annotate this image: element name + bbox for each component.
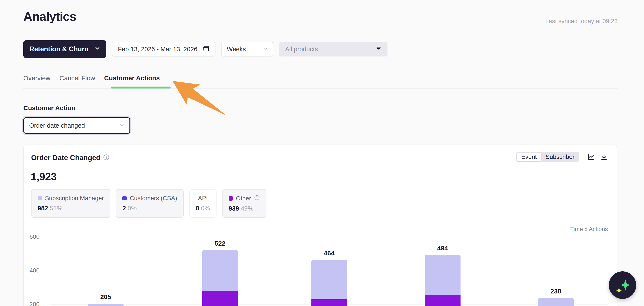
calendar-icon bbox=[202, 45, 210, 54]
chip-pct: 51% bbox=[50, 205, 62, 212]
ai-assistant-button[interactable] bbox=[609, 271, 636, 299]
info-icon[interactable] bbox=[103, 154, 110, 162]
bar-segment-subscription-manager bbox=[538, 298, 574, 306]
download-icon[interactable] bbox=[600, 153, 608, 161]
axis-note: Time x Actions bbox=[570, 226, 608, 233]
products-filter-button[interactable]: All products bbox=[279, 42, 388, 57]
chip-pct: 0% bbox=[128, 205, 137, 212]
y-axis-tick: 200 bbox=[14, 301, 40, 306]
report-selector-button[interactable]: Retention & Churn bbox=[23, 40, 106, 58]
info-icon bbox=[254, 195, 260, 202]
line-chart-icon[interactable] bbox=[587, 153, 595, 161]
filter-bar: Retention & Churn Feb 13, 2026 - Mar 13,… bbox=[23, 40, 388, 58]
bar-segment-subscription-manager bbox=[88, 303, 124, 306]
customer-action-select[interactable]: Order date changed bbox=[23, 117, 130, 134]
analytics-page: Analytics Last synced today at 09:23 Ret… bbox=[0, 0, 644, 306]
customers-csa-swatch bbox=[122, 196, 127, 200]
products-filter-value: All products bbox=[285, 46, 318, 53]
bar-value-label: 238 bbox=[532, 288, 580, 295]
chip-value: 939 bbox=[229, 205, 239, 212]
tab-cancel-flow[interactable]: Cancel Flow bbox=[60, 74, 95, 88]
bar-value-label: 494 bbox=[419, 245, 466, 252]
chevron-down-icon bbox=[94, 45, 101, 53]
chevron-down-icon bbox=[119, 122, 125, 130]
date-range-value: Feb 13, 2026 - Mar 13, 2026 bbox=[118, 46, 198, 53]
chip-api[interactable]: API 00% bbox=[189, 189, 216, 218]
filter-icon bbox=[376, 45, 382, 53]
bar-segment-other bbox=[202, 291, 238, 306]
toggle-event[interactable]: Event bbox=[517, 152, 541, 162]
event-subscriber-toggle: Event Subscriber bbox=[516, 152, 580, 162]
toggle-subscriber[interactable]: Subscriber bbox=[541, 152, 579, 161]
bar-segment-subscription-manager bbox=[202, 250, 238, 291]
y-axis-tick: 600 bbox=[14, 233, 40, 240]
order-date-changed-card: Order Date Changed 1,923 Subscription Ma… bbox=[23, 144, 617, 306]
active-tab-underline bbox=[111, 87, 170, 88]
chip-label: Customers (CSA) bbox=[130, 195, 177, 202]
tab-customer-actions[interactable]: Customer Actions bbox=[104, 74, 160, 88]
chart-plot: 600400200205522464494238 bbox=[50, 237, 608, 306]
chip-other[interactable]: Other 93949% bbox=[222, 189, 266, 218]
chip-subscription-manager[interactable]: Subscription Manager 98251% bbox=[31, 189, 110, 218]
tab-overview[interactable]: Overview bbox=[23, 74, 50, 88]
chip-pct: 0% bbox=[201, 205, 210, 212]
bar-segment-other bbox=[312, 299, 347, 306]
subscription-manager-swatch bbox=[38, 196, 42, 200]
chip-value: 2 bbox=[122, 205, 126, 212]
customer-action-label: Customer Action bbox=[23, 104, 76, 112]
sparkle-icon bbox=[620, 279, 630, 291]
granularity-select[interactable]: Weeks bbox=[221, 42, 274, 57]
source-breakdown-chips: Subscription Manager 98251% Customers (C… bbox=[31, 189, 266, 218]
report-selector-label: Retention & Churn bbox=[30, 45, 88, 53]
bar-value-label: 205 bbox=[82, 293, 130, 300]
card-title: Order Date Changed bbox=[31, 154, 100, 162]
bar-value-label: 464 bbox=[305, 249, 353, 257]
tab-bar: Overview Cancel Flow Customer Actions bbox=[23, 74, 160, 88]
last-synced-status: Last synced today at 09:23 bbox=[545, 18, 618, 25]
y-axis-tick: 400 bbox=[14, 267, 40, 274]
chip-pct: 49% bbox=[241, 205, 253, 212]
bar-segment-subscription-manager bbox=[425, 255, 460, 295]
date-range-picker[interactable]: Feb 13, 2026 - Mar 13, 2026 bbox=[112, 42, 216, 57]
chip-label: Other bbox=[236, 195, 251, 202]
bar-value-label: 522 bbox=[196, 240, 244, 247]
other-swatch bbox=[229, 196, 233, 201]
page-title: Analytics bbox=[23, 9, 76, 24]
chip-label: Subscription Manager bbox=[45, 195, 104, 202]
sparkle-small-icon bbox=[616, 287, 622, 293]
chip-customers-csa[interactable]: Customers (CSA) 20% bbox=[116, 189, 184, 218]
chip-label: API bbox=[198, 195, 208, 202]
customer-action-value: Order date changed bbox=[29, 122, 85, 129]
bar-segment-subscription-manager bbox=[312, 260, 347, 299]
chevron-down-icon bbox=[262, 45, 268, 53]
granularity-value: Weeks bbox=[227, 46, 246, 53]
total-events-value: 1,923 bbox=[31, 171, 56, 183]
gridline bbox=[50, 237, 608, 237]
bar-segment-other bbox=[425, 295, 460, 306]
chip-value: 982 bbox=[38, 205, 48, 212]
chip-value: 0 bbox=[196, 205, 199, 212]
